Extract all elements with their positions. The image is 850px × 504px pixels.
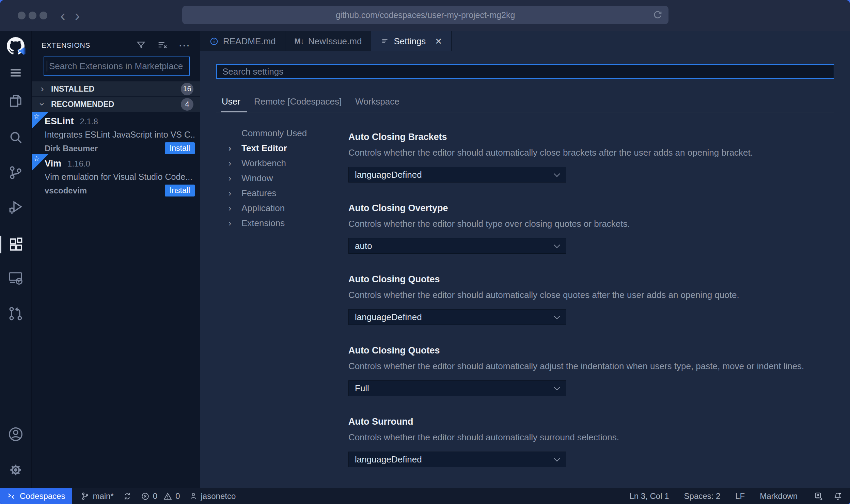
extension-version: 1.16.0 [67, 159, 90, 169]
manage-settings-button[interactable] [0, 461, 31, 479]
setting-value-dropdown[interactable]: languageDefined [348, 167, 566, 183]
language-mode-status[interactable]: Markdown [760, 491, 798, 501]
tab-settings[interactable]: Settings ✕ [371, 31, 452, 51]
extensions-search-input[interactable] [48, 61, 189, 72]
github-pull-requests-view-button[interactable] [0, 305, 31, 322]
chevron-right-icon: › [226, 203, 233, 213]
explorer-view-button[interactable] [0, 92, 31, 110]
sidebar-title: EXTENSIONS [42, 41, 90, 49]
chevron-right-icon: › [226, 143, 233, 153]
setting-description: Controls whether the editor should autom… [348, 147, 834, 158]
back-button[interactable]: ‹ [60, 8, 65, 23]
chevron-down-icon [554, 455, 560, 461]
traffic-light-minimize[interactable] [29, 12, 36, 19]
tab-bar: README.md M↓ NewIssue.md Settings ✕ [200, 31, 850, 51]
setting-value-dropdown[interactable]: Full [348, 380, 566, 396]
search-view-button[interactable] [0, 129, 31, 146]
chevron-right-icon: › [226, 188, 233, 198]
filter-icon[interactable] [136, 40, 146, 51]
toc-label: Text Editor [241, 143, 287, 154]
remote-explorer-view-button[interactable] [0, 269, 31, 287]
setting-auto-surround: Auto Surround Controls whether the edito… [348, 416, 834, 467]
settings-editor: User Remote [Codespaces] Workspace › Com… [200, 51, 850, 488]
sync-icon [123, 492, 132, 501]
debug-play-bug-icon [7, 199, 24, 215]
address-bar[interactable]: github.com/codespaces/user-my-project-mg… [182, 6, 668, 24]
toc-item-commonly-used[interactable]: › Commonly Used [226, 126, 348, 141]
extensions-view-button[interactable] [0, 235, 31, 253]
chevron-right-icon: › [226, 218, 233, 228]
selected-value: languageDefined [355, 170, 422, 180]
more-actions-icon[interactable]: ⋯ [178, 42, 190, 49]
sidebar-header: EXTENSIONS ⋯ [42, 40, 190, 51]
setting-title: Auto Closing Quotes [348, 274, 834, 285]
toc-item-features[interactable]: › Features [226, 186, 348, 201]
toc-item-extensions[interactable]: › Extensions [226, 216, 348, 231]
traffic-light-zoom[interactable] [40, 12, 47, 19]
extensions-search-box[interactable] [44, 57, 190, 76]
main-row: EXTENSIONS ⋯ [0, 31, 850, 488]
account-button[interactable] [0, 425, 31, 443]
scope-tab-remote[interactable]: Remote [Codespaces] [254, 96, 342, 112]
toc-item-window[interactable]: › Window [226, 171, 348, 186]
run-debug-view-button[interactable] [0, 198, 31, 216]
feedback-icon[interactable] [814, 491, 823, 501]
toc-item-text-editor[interactable]: › Text Editor [226, 141, 348, 156]
indentation-status[interactable]: Spaces: 2 [684, 491, 721, 501]
source-control-branch-icon [7, 164, 24, 181]
selected-value: languageDefined [355, 312, 422, 322]
install-button[interactable]: Install [165, 142, 195, 154]
setting-description: Controls whether the editor should type … [348, 218, 834, 229]
toc-item-application[interactable]: › Application [226, 201, 348, 216]
forward-button[interactable]: › [75, 8, 80, 23]
extension-description: Integrates ESLint JavaScript into VS C..… [45, 130, 195, 140]
setting-title: Auto Surround [348, 416, 834, 427]
section-installed[interactable]: › INSTALLED 16 [32, 81, 200, 97]
tab-newissue[interactable]: M↓ NewIssue.md [285, 31, 372, 51]
toc-label: Application [241, 203, 285, 214]
eol-status[interactable]: LF [735, 491, 745, 501]
editor-area: README.md M↓ NewIssue.md Settings ✕ [200, 31, 850, 488]
star-icon: ☆ [33, 112, 40, 121]
settings-toc: › Commonly Used › Text Editor › Workbenc… [216, 112, 348, 488]
setting-auto-indent: Auto Closing Quotes Controls whether the… [348, 345, 834, 396]
toc-label: Workbench [241, 158, 286, 169]
install-button[interactable]: Install [165, 185, 195, 196]
setting-description: Controls whether the editor should autom… [348, 289, 834, 300]
tab-label: NewIssue.md [308, 36, 362, 47]
traffic-lights [18, 12, 47, 19]
markdown-icon: M↓ [295, 37, 304, 46]
extension-list-item[interactable]: ☆ Vim 1.16.0 Vim emulation for Visual St… [32, 154, 200, 196]
branch-status[interactable]: main* [81, 491, 113, 501]
extension-name: ESLint [45, 116, 74, 127]
extension-sections: › INSTALLED 16 › RECOMMENDED 4 [32, 81, 200, 112]
star-icon: ☆ [33, 155, 40, 163]
tab-label: Settings [394, 36, 426, 47]
settings-search-input[interactable] [216, 64, 834, 79]
problems-status[interactable]: 0 0 [141, 491, 180, 501]
setting-value-dropdown[interactable]: languageDefined [348, 452, 566, 467]
traffic-light-close[interactable] [18, 12, 26, 19]
scope-tab-user[interactable]: User [222, 96, 240, 112]
cursor-position-status[interactable]: Ln 3, Col 1 [629, 491, 669, 501]
source-control-view-button[interactable] [0, 164, 31, 182]
setting-value-dropdown[interactable]: languageDefined [348, 309, 566, 325]
chevron-right-icon: › [226, 173, 233, 183]
user-status[interactable]: jasonetco [189, 491, 236, 501]
scope-tab-workspace[interactable]: Workspace [355, 96, 399, 112]
status-bar-right: Ln 3, Col 1 Spaces: 2 LF Markdown [629, 491, 843, 501]
branch-label: main* [93, 491, 113, 501]
extension-list-item[interactable]: ☆ ESLint 2.1.8 Integrates ESLint JavaScr… [32, 112, 200, 154]
notifications-bell-icon[interactable] [833, 491, 843, 501]
refresh-icon[interactable] [652, 10, 663, 20]
extension-description: Vim emulation for Visual Studio Code... [45, 172, 195, 182]
clear-extension-search-icon[interactable] [157, 40, 168, 51]
sync-status[interactable] [123, 492, 132, 501]
toc-item-workbench[interactable]: › Workbench [226, 156, 348, 171]
section-recommended[interactable]: › RECOMMENDED 4 [32, 97, 200, 112]
menu-button[interactable] [0, 64, 31, 82]
tab-readme[interactable]: README.md [200, 31, 285, 51]
setting-value-dropdown[interactable]: auto [348, 238, 566, 254]
close-icon[interactable]: ✕ [435, 36, 442, 46]
codespaces-remote-button[interactable]: Codespaces [0, 488, 72, 504]
